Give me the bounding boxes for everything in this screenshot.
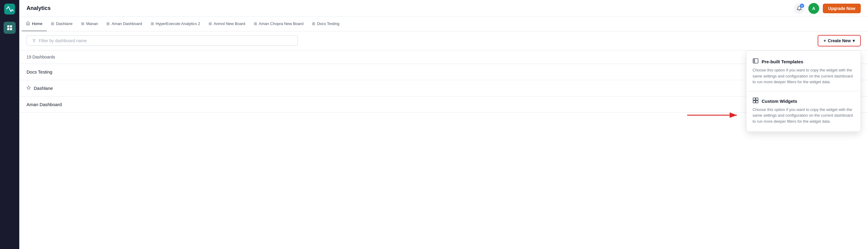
- svg-rect-14: [756, 98, 758, 100]
- table-row: Aman Dashboard 1 hour ago •••: [19, 96, 868, 113]
- main-content: Analytics 3 A Upgrade Now Home: [19, 0, 868, 249]
- tab-grid-icon-5: ⊞: [209, 22, 212, 26]
- tab-grid-icon-7: ⊞: [312, 22, 315, 26]
- header-actions: 3 A Upgrade Now: [794, 3, 861, 14]
- tab-dashlane-label: Dashlane: [56, 22, 73, 26]
- svg-rect-15: [753, 100, 755, 103]
- custom-widgets-item[interactable]: Custom Widgets Choose this option if you…: [747, 93, 861, 129]
- tab-docs-testing-label: Docs Testing: [317, 22, 339, 26]
- custom-desc: Choose this option if you want to copy t…: [752, 107, 855, 125]
- svg-rect-1: [7, 25, 9, 27]
- prebuilt-desc: Choose this option if you want to copy t…: [752, 67, 855, 85]
- tab-grid-icon-2: ⊞: [81, 22, 84, 26]
- plus-icon: +: [824, 38, 826, 43]
- dashboard-name-aman: Aman Dashboard: [27, 102, 62, 107]
- table-row: Dashlane: [19, 80, 868, 96]
- dashboard-name-dashlane: Dashlane: [34, 86, 53, 91]
- dashboards-list: 19 Dashboards Docs Testing Dashlane Aman…: [19, 50, 868, 113]
- tab-grid-icon-3: ⊞: [106, 22, 110, 26]
- filter-input[interactable]: Filter by dashboard name: [27, 36, 298, 46]
- notifications-button[interactable]: 3: [794, 3, 805, 14]
- tab-anmol-new-board[interactable]: ⊞ Anmol New Board: [204, 17, 250, 31]
- tab-manan[interactable]: ⊞ Manan: [77, 17, 102, 31]
- tab-aman-chopra-label: Aman Chopra New Board: [259, 22, 304, 26]
- svg-rect-4: [10, 28, 12, 30]
- avatar[interactable]: A: [808, 3, 819, 14]
- star-icon: [27, 86, 31, 91]
- dashboard-name-docs-testing: Docs Testing: [27, 69, 53, 74]
- tabs-bar: Home ⊞ Dashlane ⊞ Manan ⊞ Aman Dashboard…: [19, 17, 868, 31]
- prebuilt-header: Pre-built Templates: [752, 58, 855, 65]
- tab-hyperexecute[interactable]: ⊞ HyperExecute Analytics 2: [147, 17, 204, 31]
- home-icon: [26, 21, 30, 26]
- upgrade-button[interactable]: Upgrade Now: [823, 4, 861, 13]
- tab-home-label: Home: [32, 22, 42, 26]
- notif-badge: 3: [800, 4, 804, 8]
- tab-home[interactable]: Home: [22, 17, 47, 31]
- content-wrapper: 19 Dashboards Docs Testing Dashlane Aman…: [19, 50, 868, 249]
- dropdown-arrow-icon: ▾: [852, 38, 855, 43]
- svg-rect-16: [756, 100, 758, 103]
- toolbar: Filter by dashboard name + Create New ▾: [19, 31, 868, 50]
- svg-rect-13: [753, 98, 755, 100]
- widget-icon: [752, 97, 758, 105]
- tab-hyperexecute-label: HyperExecute Analytics 2: [156, 22, 200, 26]
- tab-manan-label: Manan: [86, 22, 98, 26]
- table-row: Docs Testing: [19, 64, 868, 80]
- create-new-button[interactable]: + Create New ▾: [818, 35, 861, 46]
- svg-rect-9: [753, 59, 758, 63]
- svg-marker-8: [27, 86, 30, 89]
- page-title: Analytics: [27, 5, 51, 11]
- tab-anmol-label: Anmol New Board: [214, 22, 245, 26]
- svg-rect-3: [7, 28, 9, 30]
- dashboards-count: 19 Dashboards: [19, 50, 868, 64]
- grid-nav-icon[interactable]: [4, 22, 16, 34]
- prebuilt-title: Pre-built Templates: [762, 59, 803, 64]
- tab-grid-icon: ⊞: [51, 22, 54, 26]
- custom-header: Custom Widgets: [752, 97, 855, 105]
- dropdown-divider: [747, 91, 861, 91]
- filter-icon: [32, 38, 36, 43]
- svg-rect-2: [10, 25, 12, 27]
- filter-placeholder-text: Filter by dashboard name: [39, 38, 87, 43]
- tab-grid-icon-6: ⊞: [254, 22, 257, 26]
- custom-title: Custom Widgets: [762, 99, 797, 104]
- tab-aman-dashboard-label: Aman Dashboard: [112, 22, 142, 26]
- template-icon: [752, 58, 758, 65]
- create-new-label: Create New: [828, 38, 851, 43]
- tab-aman-chopra-new-board[interactable]: ⊞ Aman Chopra New Board: [250, 17, 308, 31]
- tab-grid-icon-4: ⊞: [151, 22, 154, 26]
- tab-dashlane[interactable]: ⊞ Dashlane: [47, 17, 77, 31]
- tab-aman-dashboard[interactable]: ⊞ Aman Dashboard: [102, 17, 146, 31]
- prebuilt-templates-item[interactable]: Pre-built Templates Choose this option i…: [747, 53, 861, 90]
- tab-docs-testing[interactable]: ⊞ Docs Testing: [308, 17, 344, 31]
- top-header: Analytics 3 A Upgrade Now: [19, 0, 868, 17]
- sidebar: [0, 0, 19, 249]
- sidebar-logo[interactable]: [4, 4, 15, 16]
- create-new-dropdown: Pre-built Templates Choose this option i…: [746, 50, 861, 132]
